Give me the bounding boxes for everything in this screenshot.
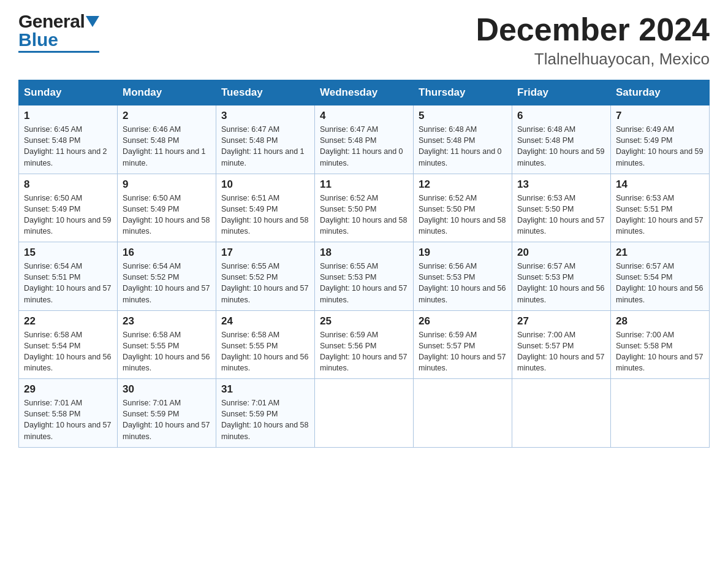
day-info: Sunrise: 7:01 AMSunset: 5:59 PMDaylight:… (123, 397, 211, 442)
day-cell: 21Sunrise: 6:57 AMSunset: 5:54 PMDayligh… (611, 242, 710, 311)
day-number: 13 (517, 178, 605, 191)
day-number: 27 (517, 315, 605, 327)
week-row-2: 8Sunrise: 6:50 AMSunset: 5:49 PMDaylight… (19, 174, 710, 242)
day-cell: 23Sunrise: 6:58 AMSunset: 5:55 PMDayligh… (118, 310, 216, 379)
day-info: Sunrise: 6:54 AMSunset: 5:52 PMDaylight:… (123, 261, 211, 305)
day-cell: 19Sunrise: 6:56 AMSunset: 5:53 PMDayligh… (414, 242, 512, 311)
day-number: 9 (123, 178, 211, 191)
day-cell: 10Sunrise: 6:51 AMSunset: 5:49 PMDayligh… (216, 174, 315, 242)
day-info: Sunrise: 6:52 AMSunset: 5:50 PMDaylight:… (419, 193, 507, 237)
empty-cell (414, 379, 512, 448)
day-cell: 1Sunrise: 6:45 AMSunset: 5:48 PMDaylight… (19, 105, 118, 174)
day-info: Sunrise: 7:01 AMSunset: 5:59 PMDaylight:… (221, 397, 309, 442)
day-info: Sunrise: 6:48 AMSunset: 5:48 PMDaylight:… (419, 124, 507, 169)
day-info: Sunrise: 6:47 AMSunset: 5:48 PMDaylight:… (221, 124, 309, 169)
empty-cell (512, 379, 611, 448)
day-number: 5 (419, 110, 507, 122)
logo-underline (18, 51, 99, 53)
day-cell: 27Sunrise: 7:00 AMSunset: 5:57 PMDayligh… (512, 310, 611, 379)
day-info: Sunrise: 6:52 AMSunset: 5:50 PMDaylight:… (320, 193, 408, 237)
day-number: 30 (123, 383, 211, 396)
day-number: 23 (123, 315, 211, 327)
day-number: 22 (24, 315, 112, 327)
month-title: December 2024 (476, 12, 710, 47)
day-info: Sunrise: 6:45 AMSunset: 5:48 PMDaylight:… (24, 124, 112, 169)
day-info: Sunrise: 6:50 AMSunset: 5:49 PMDaylight:… (123, 193, 211, 237)
day-info: Sunrise: 6:48 AMSunset: 5:48 PMDaylight:… (517, 124, 605, 169)
day-cell: 8Sunrise: 6:50 AMSunset: 5:49 PMDaylight… (19, 174, 118, 242)
day-cell: 13Sunrise: 6:53 AMSunset: 5:50 PMDayligh… (512, 174, 611, 242)
day-info: Sunrise: 6:54 AMSunset: 5:51 PMDaylight:… (24, 261, 112, 305)
day-cell: 26Sunrise: 6:59 AMSunset: 5:57 PMDayligh… (414, 310, 512, 379)
day-cell: 22Sunrise: 6:58 AMSunset: 5:54 PMDayligh… (19, 310, 118, 379)
day-info: Sunrise: 6:56 AMSunset: 5:53 PMDaylight:… (419, 261, 507, 305)
day-info: Sunrise: 6:59 AMSunset: 5:56 PMDaylight:… (320, 329, 408, 374)
week-row-4: 22Sunrise: 6:58 AMSunset: 5:54 PMDayligh… (19, 310, 710, 379)
day-cell: 17Sunrise: 6:55 AMSunset: 5:52 PMDayligh… (216, 242, 315, 311)
svg-marker-0 (86, 16, 99, 27)
header-cell-monday: Monday (118, 80, 216, 105)
day-cell: 11Sunrise: 6:52 AMSunset: 5:50 PMDayligh… (315, 174, 414, 242)
day-info: Sunrise: 6:47 AMSunset: 5:48 PMDaylight:… (320, 124, 408, 169)
day-number: 19 (419, 247, 507, 259)
day-cell: 24Sunrise: 6:58 AMSunset: 5:55 PMDayligh… (216, 310, 315, 379)
day-cell: 7Sunrise: 6:49 AMSunset: 5:49 PMDaylight… (611, 105, 710, 174)
day-number: 11 (320, 178, 408, 191)
page-header: General Blue December 2024 Tlalnelhuayoc… (18, 12, 710, 69)
header-cell-thursday: Thursday (414, 80, 512, 105)
day-number: 4 (320, 110, 408, 122)
day-number: 10 (221, 178, 309, 191)
header-cell-saturday: Saturday (611, 80, 710, 105)
day-number: 12 (419, 178, 507, 191)
day-cell: 9Sunrise: 6:50 AMSunset: 5:49 PMDaylight… (118, 174, 216, 242)
day-info: Sunrise: 6:53 AMSunset: 5:51 PMDaylight:… (616, 193, 704, 237)
day-info: Sunrise: 6:57 AMSunset: 5:54 PMDaylight:… (616, 261, 704, 305)
day-cell: 3Sunrise: 6:47 AMSunset: 5:48 PMDaylight… (216, 105, 315, 174)
location-title: Tlalnelhuayocan, Mexico (476, 50, 710, 69)
calendar-table: SundayMondayTuesdayWednesdayThursdayFrid… (18, 80, 710, 448)
day-info: Sunrise: 6:55 AMSunset: 5:52 PMDaylight:… (221, 261, 309, 305)
header-cell-tuesday: Tuesday (216, 80, 315, 105)
logo-arrow-icon (86, 16, 99, 29)
day-number: 2 (123, 110, 211, 122)
day-info: Sunrise: 6:51 AMSunset: 5:49 PMDaylight:… (221, 193, 309, 237)
day-info: Sunrise: 6:50 AMSunset: 5:49 PMDaylight:… (24, 193, 112, 237)
week-row-1: 1Sunrise: 6:45 AMSunset: 5:48 PMDaylight… (19, 105, 710, 174)
title-block: December 2024 Tlalnelhuayocan, Mexico (476, 12, 710, 69)
empty-cell (611, 379, 710, 448)
header-cell-sunday: Sunday (19, 80, 118, 105)
day-cell: 6Sunrise: 6:48 AMSunset: 5:48 PMDaylight… (512, 105, 611, 174)
logo: General Blue (18, 12, 99, 53)
day-cell: 4Sunrise: 6:47 AMSunset: 5:48 PMDaylight… (315, 105, 414, 174)
day-number: 16 (123, 247, 211, 259)
day-info: Sunrise: 6:46 AMSunset: 5:48 PMDaylight:… (123, 124, 211, 169)
day-number: 6 (517, 110, 605, 122)
day-cell: 12Sunrise: 6:52 AMSunset: 5:50 PMDayligh… (414, 174, 512, 242)
day-cell: 30Sunrise: 7:01 AMSunset: 5:59 PMDayligh… (118, 379, 216, 448)
day-number: 3 (221, 110, 309, 122)
day-info: Sunrise: 6:49 AMSunset: 5:49 PMDaylight:… (616, 124, 704, 169)
day-number: 25 (320, 315, 408, 327)
day-cell: 18Sunrise: 6:55 AMSunset: 5:53 PMDayligh… (315, 242, 414, 311)
day-number: 20 (517, 247, 605, 259)
day-cell: 16Sunrise: 6:54 AMSunset: 5:52 PMDayligh… (118, 242, 216, 311)
day-cell: 25Sunrise: 6:59 AMSunset: 5:56 PMDayligh… (315, 310, 414, 379)
header-cell-wednesday: Wednesday (315, 80, 414, 105)
day-cell: 2Sunrise: 6:46 AMSunset: 5:48 PMDaylight… (118, 105, 216, 174)
day-info: Sunrise: 6:58 AMSunset: 5:55 PMDaylight:… (123, 329, 211, 374)
day-info: Sunrise: 7:01 AMSunset: 5:58 PMDaylight:… (24, 397, 112, 442)
day-info: Sunrise: 7:00 AMSunset: 5:57 PMDaylight:… (517, 329, 605, 374)
day-cell: 14Sunrise: 6:53 AMSunset: 5:51 PMDayligh… (611, 174, 710, 242)
day-number: 24 (221, 315, 309, 327)
day-number: 17 (221, 247, 309, 259)
logo-blue-text: Blue (18, 29, 58, 50)
day-info: Sunrise: 6:57 AMSunset: 5:53 PMDaylight:… (517, 261, 605, 305)
day-number: 14 (616, 178, 704, 191)
day-number: 21 (616, 247, 704, 259)
day-number: 1 (24, 110, 112, 122)
day-number: 15 (24, 247, 112, 259)
header-cell-friday: Friday (512, 80, 611, 105)
day-number: 31 (221, 383, 309, 396)
day-cell: 28Sunrise: 7:00 AMSunset: 5:58 PMDayligh… (611, 310, 710, 379)
day-info: Sunrise: 6:58 AMSunset: 5:55 PMDaylight:… (221, 329, 309, 374)
